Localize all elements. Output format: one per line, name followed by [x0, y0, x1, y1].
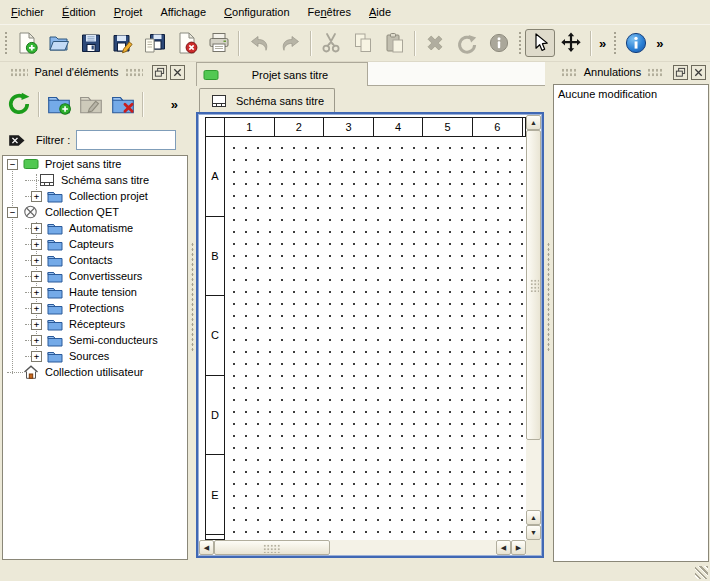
horizontal-scroll-thumb[interactable] — [214, 540, 330, 555]
tree-item-semi-conducteurs[interactable]: +Semi-conducteurs — [3, 332, 187, 348]
tree-expander[interactable]: + — [31, 271, 42, 282]
scroll-down-button[interactable]: ▼ — [526, 525, 541, 540]
save-button[interactable] — [75, 28, 107, 58]
tree-expander[interactable]: − — [7, 159, 18, 170]
about-qet-button[interactable] — [620, 28, 652, 58]
new-category-button[interactable] — [43, 88, 75, 120]
menu-affichage[interactable]: Affichage — [151, 0, 215, 24]
scroll-up-button[interactable]: ▲ — [526, 510, 541, 525]
menu-fenetres[interactable]: Fenêtres — [299, 0, 360, 24]
tree-item-protections[interactable]: +Protections — [3, 300, 187, 316]
paste-button[interactable] — [379, 28, 411, 58]
tree-expander[interactable]: + — [31, 319, 42, 330]
save-as-button[interactable] — [107, 28, 139, 58]
elements-panel-dock: Panel d'éléments » Filtrer : — [0, 62, 189, 581]
toolbar-overflow-chevron[interactable]: » — [652, 36, 667, 51]
copy-button[interactable] — [347, 28, 379, 58]
toolbar-handle[interactable] — [517, 30, 523, 56]
left-splitter[interactable] — [189, 62, 196, 581]
toolbar-handle[interactable] — [3, 30, 9, 56]
undo-history-list[interactable]: Aucune modification — [553, 84, 709, 562]
redo-button[interactable] — [275, 28, 307, 58]
tree-expander[interactable]: + — [31, 351, 42, 362]
tree-item-collection-projet[interactable]: +Collection projet — [3, 188, 187, 204]
tree-expander[interactable]: + — [31, 287, 42, 298]
scrollbar-corner — [526, 540, 541, 555]
elements-panel-titlebar[interactable]: Panel d'éléments — [0, 62, 189, 82]
tree-item-haute-tension[interactable]: +Haute tension — [3, 284, 187, 300]
menu-edition[interactable]: Édition — [53, 0, 105, 24]
tree-item-label: Semi-conducteurs — [69, 334, 158, 346]
save-as-icon — [111, 31, 135, 55]
toolbar-handle[interactable] — [612, 30, 618, 56]
project-tab[interactable]: Projet sans titre — [196, 62, 368, 86]
panel-overflow-chevron[interactable]: » — [167, 97, 182, 112]
scroll-up-button[interactable]: ▲ — [526, 115, 541, 130]
tree-item-contacts[interactable]: +Contacts — [3, 252, 187, 268]
menu-configuration[interactable]: Configuration — [215, 0, 298, 24]
tree-item-collection-qet[interactable]: −Collection QET — [3, 204, 187, 220]
filter-input[interactable] — [76, 130, 176, 150]
qet-icon — [23, 205, 39, 219]
tree-item-convertisseurs[interactable]: +Convertisseurs — [3, 268, 187, 284]
diagram-canvas[interactable]: 123456 ABCDE — [199, 115, 526, 540]
tree-expander[interactable]: + — [31, 335, 42, 346]
tree-item-schema-sans-titre[interactable]: Schéma sans titre — [3, 172, 187, 188]
close-panel-button[interactable] — [170, 65, 185, 80]
column-header-1: 1 — [225, 118, 275, 136]
print-button[interactable] — [203, 28, 235, 58]
paste-icon — [383, 31, 407, 55]
select-tool-button[interactable] — [525, 29, 555, 57]
vertical-scrollbar[interactable]: ▲ ▲ ▼ — [526, 115, 541, 540]
tree-expander[interactable]: + — [31, 239, 42, 250]
delete-category-button[interactable] — [107, 88, 139, 120]
menu-projet[interactable]: Projet — [105, 0, 152, 24]
titlebar-texture — [647, 68, 664, 77]
collections-tree[interactable]: −Projet sans titreSchéma sans titre+Coll… — [2, 155, 188, 560]
float-panel-button[interactable] — [152, 65, 167, 80]
horizontal-scrollbar[interactable]: ◀ ◀ ▶ — [199, 540, 526, 555]
scroll-left-button[interactable]: ◀ — [199, 540, 214, 555]
cut-button[interactable] — [315, 28, 347, 58]
tree-expander[interactable]: + — [31, 255, 42, 266]
project-tab-label: Projet sans titre — [219, 69, 361, 81]
tree-item-automatisme[interactable]: +Automatisme — [3, 220, 187, 236]
tree-item-collection-utilisateur[interactable]: Collection utilisateur — [3, 364, 187, 380]
reload-collections-button[interactable] — [3, 88, 35, 120]
tree-expander[interactable]: + — [31, 223, 42, 234]
open-button[interactable] — [43, 28, 75, 58]
toolbar-overflow-chevron[interactable]: » — [595, 36, 610, 51]
clear-filter-icon[interactable] — [7, 130, 28, 151]
scroll-right-button[interactable]: ▶ — [511, 540, 526, 555]
folder-icon — [47, 349, 63, 363]
tree-item-capteurs[interactable]: +Capteurs — [3, 236, 187, 252]
vertical-scroll-thumb[interactable] — [526, 130, 541, 440]
tree-expander[interactable]: − — [7, 207, 18, 218]
tree-expander[interactable]: + — [31, 303, 42, 314]
menu-aide[interactable]: Aide — [360, 0, 400, 24]
tree-item-projet-sans-titre[interactable]: −Projet sans titre — [3, 156, 187, 172]
vertical-scroll-track[interactable] — [526, 440, 541, 510]
tree-expander[interactable]: + — [31, 191, 42, 202]
undo-button[interactable] — [243, 28, 275, 58]
new-document-button[interactable] — [11, 28, 43, 58]
close-panel-button[interactable] — [691, 65, 706, 80]
undo-history-item[interactable]: Aucune modification — [558, 87, 704, 103]
edit-category-button[interactable] — [75, 88, 107, 120]
horizontal-scroll-track[interactable] — [330, 540, 496, 555]
undo-panel-titlebar[interactable]: Annulations — [551, 62, 710, 82]
rotate-button[interactable] — [451, 28, 483, 58]
tree-item-recepteurs[interactable]: +Récepteurs — [3, 316, 187, 332]
tree-item-sources[interactable]: +Sources — [3, 348, 187, 364]
close-file-button[interactable] — [171, 28, 203, 58]
window-size-grip[interactable] — [695, 566, 708, 579]
diagram-tab[interactable]: Schéma sans titre — [199, 88, 335, 112]
scroll-left-button[interactable]: ◀ — [496, 540, 511, 555]
save-all-button[interactable] — [139, 28, 171, 58]
move-tool-button[interactable] — [555, 28, 587, 58]
element-info-button[interactable] — [483, 28, 515, 58]
row-header-B: B — [206, 217, 224, 297]
float-panel-button[interactable] — [673, 65, 688, 80]
delete-button[interactable] — [419, 28, 451, 58]
menu-fichier[interactable]: Fichier — [2, 0, 53, 24]
